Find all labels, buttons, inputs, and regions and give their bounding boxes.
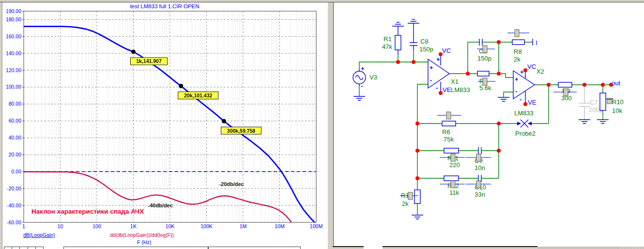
component-r10[interactable] <box>600 93 606 110</box>
bottom-scrollbar-fragment[interactable] <box>618 247 644 249</box>
bottom-window-panel-1 <box>63 247 208 249</box>
x-tick-label: 10 <box>58 223 63 229</box>
y-tick-label: 140.00 <box>6 50 21 56</box>
curve-2[interactable] <box>24 172 293 225</box>
c9-value: 10n <box>475 164 485 171</box>
component-c8[interactable] <box>410 28 417 50</box>
data-point-marker-1[interactable] <box>131 49 136 54</box>
x1-name: X1 <box>451 78 459 85</box>
v3-minus-mark: - <box>361 82 363 90</box>
x-tick-label: 10K <box>166 223 175 229</box>
lm833-schematic: + - V3 R1 47k C8 150p + - + <box>353 19 624 219</box>
x2-input-minus-mark: - <box>515 88 517 95</box>
y-tick-label: 40.00 <box>9 135 21 140</box>
r1-value: 47k <box>382 43 392 50</box>
x1-input-plus-mark: + <box>429 64 433 71</box>
probe2-symbol[interactable] <box>517 120 532 127</box>
y-tick-label: 180.00 <box>6 16 21 22</box>
component-r1[interactable] <box>395 31 401 55</box>
r6-name: R6 <box>442 128 450 136</box>
chart-annotation-3[interactable]: Наклон характеристики спада АЧХ <box>31 208 144 215</box>
data-point-label-1: 1k,141.907 <box>136 58 162 64</box>
bottom-window-panel-5 <box>537 247 618 249</box>
component-c9[interactable] <box>478 147 481 154</box>
r11-value: 220 <box>449 161 460 169</box>
x-axis-label: F (Hz) <box>137 239 151 245</box>
x-tick-label: 10M <box>275 223 284 229</box>
component-r6[interactable] <box>442 121 456 126</box>
c10-slider[interactable] <box>466 181 491 188</box>
x2-input-plus-mark: + <box>515 76 519 83</box>
y-tick-label: -20.00 <box>7 186 21 191</box>
x1-vc-node: VC <box>442 47 451 54</box>
c8-value: 150p <box>419 46 433 53</box>
component-r8[interactable] <box>512 40 524 45</box>
component-c2[interactable] <box>479 39 482 46</box>
c9-slider[interactable] <box>466 154 491 161</box>
y-tick-label: 0.00 <box>12 169 22 174</box>
x1-ve-node: VE <box>443 86 451 93</box>
c7-name: C7 <box>590 99 598 106</box>
r6-slider[interactable] <box>437 112 461 119</box>
x2-name: X2 <box>537 68 544 75</box>
v3-plus-mark: + <box>361 65 365 72</box>
component-c7-disabled[interactable] <box>579 87 590 119</box>
x2-vminus-mark: - <box>520 96 521 103</box>
r8-value: 2k <box>514 56 521 63</box>
data-point-label-2: 20k,101.432 <box>184 93 213 98</box>
r12-slider[interactable] <box>440 181 465 188</box>
x2-vplus-mark: + <box>520 68 524 76</box>
r11-slider[interactable] <box>440 154 465 161</box>
r6-value: 75k <box>444 136 454 143</box>
y-tick-label: 20.00 <box>9 152 21 157</box>
r1-name: R1 <box>383 35 392 43</box>
bottom-window-cells <box>4 247 44 249</box>
x-tick-label: 1 <box>22 223 25 229</box>
x1-part: LM833 <box>451 86 470 93</box>
y-tick-label: 120.00 <box>6 67 21 73</box>
component-r12[interactable] <box>444 176 459 181</box>
x2-ve-node: VE <box>528 99 537 106</box>
bottom-window-panel-3 <box>333 246 364 249</box>
r10-value: 10k <box>612 107 622 114</box>
c8-name: C8 <box>420 38 429 45</box>
x-tick-label: 1M <box>240 223 247 229</box>
chart-annotation-2[interactable]: -40db/dec <box>148 202 173 208</box>
x1-vplus-mark: + <box>436 56 440 63</box>
data-point-label-3: 300k,59.758 <box>227 128 256 134</box>
bottom-window-panel-2 <box>208 247 301 249</box>
y-tick-label: 160.00 <box>6 33 21 39</box>
application-stage: 190.00180.00160.00140.00120.00100.0080.0… <box>0 0 644 249</box>
plot-title: test LM833 full 1.CIR OPEN <box>130 3 199 9</box>
v3-label: V3 <box>369 74 377 81</box>
c10-value: 33n <box>475 191 485 198</box>
x-tick-label: 1K <box>130 223 137 229</box>
probe2-label: Probe2 <box>515 130 536 137</box>
y-tick-label: 100.00 <box>6 84 21 90</box>
tie-i-node: I <box>536 39 537 47</box>
y-tick-label: 190.00 <box>6 8 21 14</box>
legend-dd-db-loopgain[interactable]: dd(db(LoopGain))/dd(log(F)) <box>110 232 174 238</box>
x2-vc-node: VC <box>527 63 536 70</box>
x2-part: LM833 <box>514 109 534 117</box>
component-r9[interactable] <box>558 82 572 87</box>
bottom-window-panel-4 <box>383 246 537 249</box>
loop-gain-bode-plot: 190.00180.00160.00140.00120.00100.0080.0… <box>6 8 322 230</box>
r8-name: R8 <box>514 48 522 55</box>
x1-input-minus-mark: - <box>430 77 432 84</box>
y-tick-label: -60.00 <box>7 219 21 225</box>
chart-annotation-1[interactable]: -20db/dec <box>219 181 244 187</box>
legend-db-loopgain[interactable]: dB(LoopGain) <box>23 232 55 238</box>
x-tick-label: 100 <box>92 223 101 229</box>
component-r11[interactable] <box>444 148 459 153</box>
y-tick-label: -40.00 <box>7 202 21 208</box>
data-point-marker-2[interactable] <box>179 84 183 88</box>
x1-vminus-mark: - <box>436 84 438 92</box>
r9-slider[interactable] <box>553 89 577 96</box>
out-node: out <box>612 79 620 87</box>
data-point-marker-3[interactable] <box>222 119 226 124</box>
r8-slider[interactable] <box>507 30 529 37</box>
r12-value: 11k <box>449 189 459 196</box>
component-r13[interactable] <box>414 190 420 203</box>
component-r5[interactable] <box>477 71 489 76</box>
